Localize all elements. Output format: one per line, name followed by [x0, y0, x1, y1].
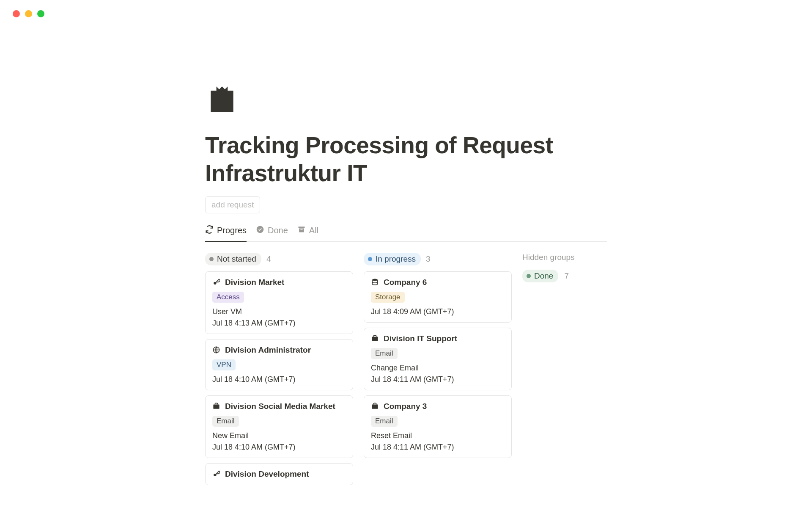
storage-icon	[371, 278, 379, 286]
status-badge-not-started: Not started	[205, 253, 261, 265]
card-title: Company 6	[384, 278, 427, 287]
column-count: 3	[426, 254, 431, 264]
status-dot-icon	[527, 274, 531, 278]
archive-icon	[297, 225, 306, 236]
card-division-development[interactable]: Division Development	[205, 463, 353, 485]
window-controls	[0, 0, 812, 17]
svg-rect-1	[298, 227, 304, 228]
sync-icon	[205, 225, 214, 236]
tag-vpn: VPN	[212, 359, 236, 370]
card-division-social-media[interactable]: Division Social Media Market Email New E…	[205, 395, 353, 458]
tag-access: Access	[212, 292, 244, 303]
card-company-3[interactable]: Company 3 Email Reset Email Jul 18 4:11 …	[364, 395, 512, 458]
card-description: Change Email	[371, 364, 505, 373]
svg-rect-6	[213, 405, 219, 409]
tag-storage: Storage	[371, 292, 405, 303]
card-division-market[interactable]: Division Market Access User VM Jul 18 4:…	[205, 271, 353, 334]
tab-progres[interactable]: Progres	[205, 225, 247, 242]
view-tabs: Progres Done All	[205, 225, 607, 242]
maximize-window-button[interactable]	[37, 10, 44, 17]
column-not-started: Not started 4 Division Market Access Use…	[205, 253, 353, 490]
card-timestamp: Jul 18 4:11 AM (GMT+7)	[371, 375, 505, 384]
card-description: New Email	[212, 431, 346, 440]
column-in-progress: In progress 3 Company 6 Storage Jul 18 4…	[364, 253, 512, 490]
briefcase-icon	[212, 402, 220, 410]
card-company-6[interactable]: Company 6 Storage Jul 18 4:09 AM (GMT+7)	[364, 271, 512, 323]
tab-label: Done	[268, 226, 288, 235]
key-icon	[212, 278, 220, 286]
tag-email: Email	[371, 416, 398, 427]
svg-point-7	[214, 474, 216, 476]
card-title: Division Administrator	[225, 345, 311, 355]
briefcase-icon	[371, 402, 379, 410]
hidden-group-done[interactable]: Done 7	[522, 270, 569, 282]
tag-email: Email	[212, 416, 239, 427]
hidden-groups-label: Hidden groups	[522, 253, 620, 262]
card-timestamp: Jul 18 4:11 AM (GMT+7)	[371, 443, 505, 452]
svg-rect-2	[299, 229, 304, 232]
card-division-administrator[interactable]: Division Administrator VPN Jul 18 4:10 A…	[205, 339, 353, 390]
card-timestamp: Jul 18 4:09 AM (GMT+7)	[371, 307, 505, 316]
card-title: Company 3	[384, 402, 427, 411]
svg-point-8	[372, 279, 378, 281]
column-header[interactable]: In progress 3	[364, 253, 512, 265]
status-badge-in-progress: In progress	[364, 253, 421, 265]
card-timestamp: Jul 18 4:10 AM (GMT+7)	[212, 443, 346, 452]
tab-label: Progres	[217, 226, 247, 235]
card-title: Division Market	[225, 278, 284, 287]
svg-point-4	[214, 282, 216, 284]
globe-icon	[212, 346, 220, 354]
page-icon[interactable]	[205, 81, 607, 116]
column-hidden-groups: Hidden groups Done 7	[522, 253, 620, 490]
card-description: Reset Email	[371, 431, 505, 440]
card-description: User VM	[212, 307, 346, 316]
tag-email: Email	[371, 348, 398, 359]
card-title: Division Social Media Market	[225, 402, 335, 411]
card-title: Division IT Support	[384, 334, 457, 343]
close-window-button[interactable]	[13, 10, 20, 17]
minimize-window-button[interactable]	[25, 10, 32, 17]
card-timestamp: Jul 18 4:13 AM (GMT+7)	[212, 319, 346, 328]
tab-all[interactable]: All	[297, 225, 318, 241]
svg-rect-10	[372, 405, 378, 409]
hidden-group-count: 7	[564, 271, 569, 281]
column-count: 4	[266, 254, 271, 264]
page-title[interactable]: Tracking Processing of Request Infrastru…	[205, 131, 607, 187]
key-icon	[212, 470, 220, 478]
check-circle-icon	[256, 225, 264, 236]
tab-done[interactable]: Done	[256, 225, 288, 241]
tab-label: All	[309, 226, 318, 235]
status-badge-done: Done	[522, 270, 558, 282]
svg-rect-3	[300, 229, 302, 230]
status-dot-icon	[368, 257, 372, 261]
add-request-button[interactable]: add request	[205, 196, 260, 213]
status-dot-icon	[209, 257, 214, 261]
kanban-board: Not started 4 Division Market Access Use…	[205, 253, 607, 490]
briefcase-icon	[371, 334, 379, 342]
card-division-it-support[interactable]: Division IT Support Email Change Email J…	[364, 328, 512, 390]
svg-rect-9	[372, 337, 378, 341]
card-title: Division Development	[225, 469, 309, 479]
card-timestamp: Jul 18 4:10 AM (GMT+7)	[212, 375, 346, 384]
column-header[interactable]: Not started 4	[205, 253, 353, 265]
